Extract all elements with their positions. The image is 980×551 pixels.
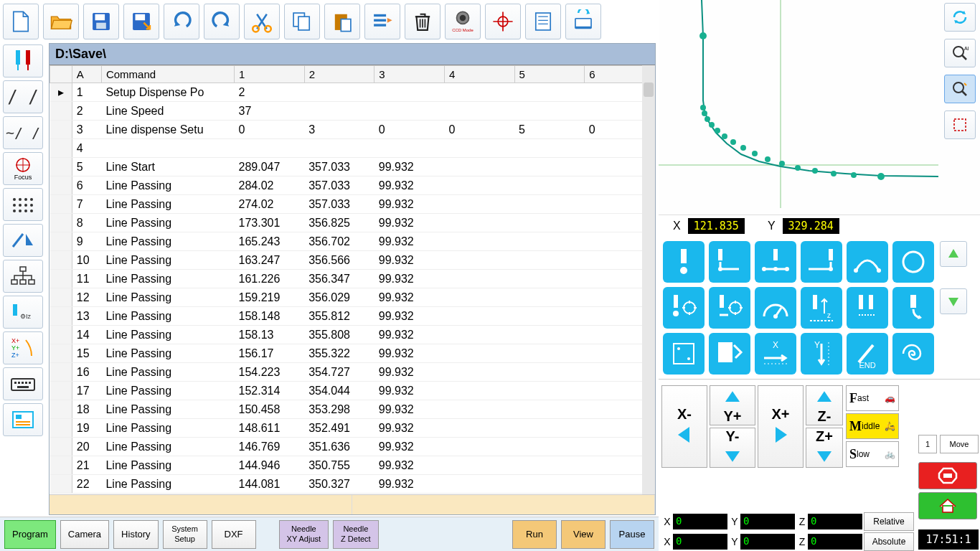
- grid-cell[interactable]: 2: [72, 102, 101, 121]
- grid-cell[interactable]: Line Passing: [101, 456, 234, 475]
- grid-cell[interactable]: [444, 288, 514, 307]
- table-row[interactable]: 15Line Passing156.17355.32299.932: [50, 344, 655, 363]
- grid-cell[interactable]: 99.932: [374, 438, 445, 456]
- grid-cell[interactable]: 356.702: [304, 232, 374, 251]
- grid-cell[interactable]: 13: [72, 307, 101, 326]
- stop-button[interactable]: [918, 462, 977, 489]
- grid-cell[interactable]: [444, 102, 514, 121]
- needle-z-detect-button[interactable]: NeedleZ Detect: [333, 520, 379, 549]
- camera-tab-button[interactable]: Camera: [60, 520, 109, 549]
- needle-z-setup-button[interactable]: ⚙Iz: [3, 296, 43, 329]
- grid-header[interactable]: [50, 66, 72, 83]
- grid-cell[interactable]: [101, 139, 234, 158]
- grid-cell[interactable]: 350.755: [304, 456, 374, 475]
- grid-cell[interactable]: 289.047: [234, 158, 304, 176]
- grid-cell[interactable]: Line Speed: [101, 102, 234, 121]
- circle-button[interactable]: [892, 241, 934, 283]
- grid-header[interactable]: 2: [304, 66, 374, 83]
- grid-cell[interactable]: 18: [72, 400, 101, 419]
- grid-cell[interactable]: 99.932: [374, 270, 445, 288]
- grid-cell[interactable]: [514, 288, 585, 307]
- line-setup-button[interactable]: [709, 287, 750, 329]
- table-row[interactable]: 10Line Passing163.247356.56699.932: [50, 251, 655, 270]
- grid-cell[interactable]: Line Passing: [101, 176, 234, 195]
- grid-cell[interactable]: 0: [444, 121, 514, 139]
- grid-header[interactable]: 1: [234, 66, 304, 83]
- speed-slow-button[interactable]: Slow🚲: [846, 441, 899, 467]
- grid-cell[interactable]: [374, 139, 445, 158]
- spiral-button[interactable]: [892, 333, 934, 375]
- line-speed-button[interactable]: [755, 287, 796, 329]
- dispense-end-button[interactable]: [847, 287, 888, 329]
- delete-button[interactable]: [405, 4, 440, 39]
- wave-tool-button[interactable]: ~/ /: [3, 116, 43, 149]
- grid-cell[interactable]: 357.033: [304, 176, 374, 195]
- copy-button[interactable]: [284, 4, 320, 39]
- jog-z-minus-button[interactable]: Z-: [806, 385, 843, 425]
- grid-cell[interactable]: [514, 307, 585, 326]
- grid-cell[interactable]: 356.825: [304, 214, 374, 232]
- line-start-button[interactable]: [709, 241, 750, 283]
- grid-cell[interactable]: [444, 232, 514, 251]
- grid-header[interactable]: A: [72, 66, 101, 83]
- dispense-setup-button[interactable]: [663, 287, 705, 329]
- grid-cell[interactable]: 99.932: [374, 344, 445, 363]
- palette-down-button[interactable]: [940, 288, 967, 314]
- grid-cell[interactable]: 6: [72, 176, 101, 195]
- move-button[interactable]: Move: [940, 435, 979, 453]
- sync-display-button[interactable]: [565, 4, 601, 39]
- grid-cell[interactable]: 148.611: [234, 419, 304, 438]
- grid-cell[interactable]: Line Passing: [101, 251, 234, 270]
- grid-cell[interactable]: 159.219: [234, 288, 304, 307]
- grid-cell[interactable]: 4: [72, 139, 101, 158]
- grid-cell[interactable]: 1: [72, 83, 101, 102]
- table-row[interactable]: 6Line Passing284.02357.03399.932: [50, 176, 655, 195]
- grid-cell[interactable]: 354.727: [304, 363, 374, 382]
- grid-cell[interactable]: 7: [72, 195, 101, 214]
- table-row[interactable]: 14Line Passing158.13355.80899.932: [50, 326, 655, 344]
- grid-cell[interactable]: 356.347: [304, 270, 374, 288]
- grid-cell[interactable]: [514, 400, 585, 419]
- view-button[interactable]: View: [561, 520, 606, 549]
- grid-cell[interactable]: [514, 438, 585, 456]
- grid-cell[interactable]: 158.13: [234, 326, 304, 344]
- grid-cell[interactable]: 274.02: [234, 195, 304, 214]
- system-setup-button[interactable]: SystemSetup: [163, 520, 207, 549]
- grid-cell[interactable]: 5: [514, 121, 585, 139]
- table-row[interactable]: 19Line Passing148.611352.49199.932: [50, 419, 655, 438]
- jog-y-minus-button[interactable]: Y-: [710, 428, 755, 468]
- grid-cell[interactable]: [514, 456, 585, 475]
- grid-cell[interactable]: 3: [304, 121, 374, 139]
- grid-cell[interactable]: 17: [72, 382, 101, 400]
- grid-cell[interactable]: [444, 195, 514, 214]
- grid-cell[interactable]: Line Passing: [101, 307, 234, 326]
- jog-x-minus-button[interactable]: X-: [661, 385, 707, 468]
- grid-cell[interactable]: Line Passing: [101, 195, 234, 214]
- hierarchy-button[interactable]: [3, 260, 43, 293]
- grid-cell[interactable]: 356.566: [304, 251, 374, 270]
- grid-cell[interactable]: 352.491: [304, 419, 374, 438]
- grid-cell[interactable]: 21: [72, 456, 101, 475]
- grid-cell[interactable]: 99.932: [374, 288, 445, 307]
- grid-cell[interactable]: 284.02: [234, 176, 304, 195]
- table-row[interactable]: 5Line Start289.047357.03399.932: [50, 158, 655, 176]
- grid-cell[interactable]: Line dispense Setu: [101, 121, 234, 139]
- grid-cell[interactable]: [374, 102, 445, 121]
- grid-cell[interactable]: [304, 83, 374, 102]
- grid-cell[interactable]: 10: [72, 251, 101, 270]
- grid-cell[interactable]: [514, 419, 585, 438]
- program-list-button[interactable]: [3, 403, 43, 436]
- grid-cell[interactable]: 357.033: [304, 195, 374, 214]
- pause-button[interactable]: Pause: [610, 520, 654, 549]
- refresh-preview-button[interactable]: [944, 3, 976, 32]
- table-row[interactable]: 21Line Passing144.946350.75599.932: [50, 456, 655, 475]
- program-tab-button[interactable]: Program: [4, 520, 56, 549]
- table-row[interactable]: 13Line Passing158.148355.81299.932: [50, 307, 655, 326]
- grid-cell[interactable]: [444, 326, 514, 344]
- grid-cell[interactable]: 2: [234, 83, 304, 102]
- grid-cell[interactable]: [374, 83, 445, 102]
- grid-cell[interactable]: 150.458: [234, 400, 304, 419]
- grid-cell[interactable]: 354.044: [304, 382, 374, 400]
- grid-cell[interactable]: 19: [72, 419, 101, 438]
- table-row[interactable]: 12Line Passing159.219356.02999.932: [50, 288, 655, 307]
